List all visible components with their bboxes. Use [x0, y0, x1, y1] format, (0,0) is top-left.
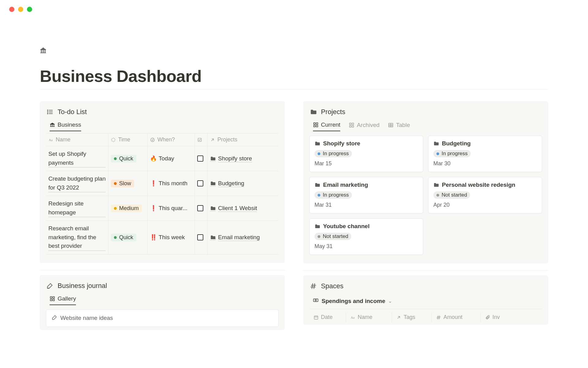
page-title: Business Dashboard [40, 67, 548, 86]
pill-time: Slow [111, 180, 134, 187]
table-row[interactable]: Create budgeting plan for Q3 2022 Slow ❗… [46, 171, 279, 196]
table-row[interactable]: Research email marketing, find the best … [46, 221, 279, 255]
col-name[interactable]: AaName [346, 312, 392, 322]
checkbox[interactable] [197, 155, 203, 162]
window-close-icon[interactable] [9, 7, 14, 12]
svg-line-46 [314, 284, 315, 289]
page-icon-bank[interactable] [40, 33, 548, 57]
tab-gallery[interactable]: Gallery [50, 295, 76, 305]
list-icon [47, 109, 53, 115]
checkbox-icon [197, 137, 202, 142]
svg-rect-37 [350, 126, 351, 127]
tab-business[interactable]: Business [50, 121, 81, 131]
svg-rect-4 [40, 52, 46, 53]
tab-table[interactable]: Table [388, 121, 410, 131]
divider [40, 89, 548, 90]
project-card[interactable]: Youtube channel Not started May 31 [309, 218, 423, 255]
table-row[interactable]: Set up Shopify payments Quick 🔥Today Sho… [46, 146, 279, 171]
folder-icon [310, 109, 317, 115]
cell-when: ‼️This week [150, 234, 185, 241]
svg-rect-11 [51, 125, 51, 126]
folder-icon [433, 182, 439, 188]
cell-project[interactable]: Shopify store [210, 155, 252, 162]
tab-gallery-label: Gallery [58, 295, 76, 302]
tab-business-label: Business [58, 121, 81, 128]
col-when[interactable]: When? [148, 133, 195, 146]
checkbox[interactable] [197, 180, 203, 186]
pill-time: Medium [111, 205, 142, 212]
col-amount[interactable]: Amount [432, 312, 481, 322]
table-row[interactable]: Redesign site homepage Medium ❗This quar… [46, 196, 279, 221]
svg-rect-13 [54, 125, 54, 126]
svg-line-18 [112, 138, 112, 139]
todo-table: Aa Name Time When? [46, 133, 279, 255]
svg-rect-28 [53, 297, 55, 298]
folder-icon [315, 141, 320, 146]
tab-archived[interactable]: Archived [349, 121, 379, 131]
col-projects[interactable]: Projects [208, 133, 279, 146]
project-card[interactable]: Email marketing In progress Mar 31 [309, 177, 423, 213]
svg-rect-32 [316, 123, 318, 124]
gallery-icon [50, 296, 55, 301]
svg-rect-49 [314, 316, 318, 319]
svg-point-9 [47, 113, 48, 114]
window-minimize-icon[interactable] [18, 7, 23, 12]
card-date: Mar 30 [433, 160, 537, 167]
attachment-icon [485, 315, 490, 320]
svg-rect-1 [41, 50, 42, 52]
cell-project[interactable]: Budgeting [210, 180, 244, 187]
status-badge: In progress [315, 191, 352, 199]
select-icon [150, 137, 155, 142]
project-card[interactable]: Budgeting In progress Mar 30 [428, 136, 542, 172]
panel-title-todo[interactable]: To-do List [58, 108, 87, 116]
col-time[interactable]: Time [108, 133, 148, 146]
pill-time: Quick [111, 234, 136, 241]
svg-point-5 [47, 110, 48, 111]
divider [40, 270, 285, 270]
panel-title-journal[interactable]: Business journal [58, 282, 107, 290]
window-maximize-icon[interactable] [27, 7, 32, 12]
folder-icon [433, 141, 439, 146]
text-icon: Aa [48, 137, 53, 142]
cell-project[interactable]: Email marketing [210, 234, 260, 241]
project-card[interactable]: Shopify store In progress Mar 15 [309, 136, 423, 172]
svg-rect-29 [50, 299, 52, 301]
project-card[interactable]: Personal website redesign Not started Ap… [428, 177, 542, 213]
checkbox[interactable] [197, 205, 203, 211]
spaces-view-selector[interactable]: Spendings and income ⌄ [309, 296, 542, 309]
panel-title-projects[interactable]: Projects [321, 108, 345, 116]
svg-line-45 [312, 284, 313, 289]
bank-icon [50, 122, 55, 128]
checkbox[interactable] [197, 234, 203, 240]
cell-project[interactable]: Client 1 Websit [210, 205, 257, 212]
svg-text:Aa: Aa [49, 138, 53, 142]
col-inv[interactable]: Inv [481, 312, 504, 322]
svg-rect-38 [352, 126, 354, 127]
svg-rect-25 [198, 138, 202, 141]
tab-current-label: Current [321, 121, 340, 128]
svg-rect-12 [52, 125, 53, 126]
spinner-icon [111, 137, 116, 142]
col-date[interactable]: Date [309, 312, 346, 322]
card-date: Apr 20 [433, 202, 537, 208]
col-name[interactable]: Aa Name [46, 133, 108, 146]
svg-rect-14 [50, 126, 55, 127]
panel-todo: To-do List Business Aa Name [40, 101, 285, 263]
text-icon: Aa [350, 315, 355, 320]
col-tags[interactable]: Tags [392, 312, 432, 322]
col-check[interactable] [195, 133, 208, 146]
svg-line-54 [398, 316, 400, 318]
svg-rect-33 [314, 125, 315, 127]
journal-card[interactable]: Website name ideas [46, 309, 279, 327]
svg-rect-35 [350, 123, 351, 125]
status-badge: In progress [315, 150, 352, 157]
svg-rect-34 [316, 125, 318, 127]
cell-name: Research email marketing, find the best … [48, 224, 106, 251]
tab-archived-label: Archived [357, 122, 379, 128]
panel-title-spaces[interactable]: Spaces [321, 282, 343, 290]
tab-current[interactable]: Current [313, 121, 340, 131]
table-icon [388, 122, 394, 128]
cell-when: 🔥Today [150, 155, 174, 162]
status-badge: Not started [315, 233, 351, 240]
board-icon [349, 122, 354, 128]
